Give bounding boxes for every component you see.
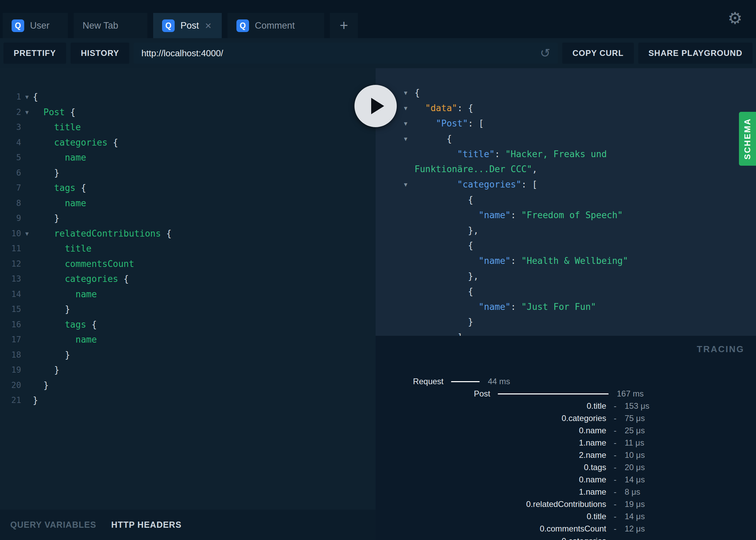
fold-caret-icon[interactable]: ▾ — [21, 229, 33, 238]
line-number: 7 — [0, 183, 21, 193]
response-line-code: Funktionäre...Der CCC", — [415, 164, 537, 174]
query-variables-tab[interactable]: QUERY VARIABLES — [10, 520, 96, 530]
tracing-row: 0.tags-20 μs — [376, 461, 756, 474]
tracing-row: 0.categories — [376, 535, 756, 540]
response-line-code: { — [415, 195, 473, 205]
copy-curl-button[interactable]: COPY CURL — [562, 43, 634, 64]
line-number: 21 — [0, 395, 21, 405]
response-line: Funktionäre...Der CCC", — [397, 162, 756, 177]
play-icon — [371, 98, 384, 114]
endpoint-url-input[interactable]: http://localhost:4000/ ↺ — [134, 43, 558, 64]
tracing-time: 20 μs — [625, 463, 645, 472]
response-line: "name": "Just For Fun" — [397, 299, 756, 314]
response-line: "name": "Freedom of Speech" — [397, 207, 756, 223]
tab-label: New Tab — [83, 20, 118, 31]
settings-gear-icon[interactable]: ⚙ — [728, 10, 742, 27]
response-line-code: "name": "Health & Wellbeing" — [415, 256, 628, 266]
response-line-code: "title": "Hacker, Freaks und — [415, 149, 607, 159]
schema-tab[interactable]: SCHEMA — [739, 112, 756, 166]
editor-line-code: tags { — [33, 183, 86, 193]
tracing-label: 0.tags — [376, 463, 606, 472]
tracing-time: 19 μs — [625, 499, 645, 509]
fold-caret-icon[interactable]: ▾ — [21, 108, 33, 116]
new-tab-button[interactable]: + — [330, 13, 358, 38]
editor-line-code: { — [33, 92, 38, 102]
editor-line-code: commentsCount — [33, 259, 134, 269]
editor-line-code: } — [33, 395, 38, 405]
response-line: { — [397, 238, 756, 253]
tracing-row: 0.commentsCount-12 μs — [376, 523, 756, 535]
collapse-caret-icon[interactable]: ▾ — [397, 135, 415, 143]
collapse-caret-icon[interactable]: ▾ — [397, 180, 415, 189]
tracing-dash: - — [614, 450, 616, 460]
line-number: 16 — [0, 320, 21, 329]
close-tab-icon[interactable]: × — [205, 20, 212, 31]
tracing-panel: TRACING Request44 msPost167 ms0.title-15… — [376, 336, 756, 540]
query-editor[interactable]: 1▾{2▾ Post {3 title4 categories {5 name6… — [0, 68, 376, 510]
tracing-row: 1.name-11 μs — [376, 437, 756, 449]
tracing-time: 75 μs — [625, 414, 645, 423]
response-line-code: } — [415, 317, 473, 327]
query-badge-icon: Q — [162, 19, 175, 32]
tracing-label: 0.name — [376, 475, 606, 484]
collapse-caret-icon[interactable]: ▾ — [397, 89, 415, 97]
execute-query-button[interactable] — [354, 85, 397, 127]
http-headers-tab[interactable]: HTTP HEADERS — [111, 520, 181, 530]
line-number: 11 — [0, 244, 21, 253]
tracing-title: TRACING — [697, 344, 744, 355]
tracing-time: 8 μs — [625, 487, 640, 497]
response-line: ▾ "categories": [ — [397, 177, 756, 192]
editor-line: 4 categories { — [0, 135, 376, 150]
tab-user[interactable]: Q User — [3, 13, 68, 38]
tab-label: User — [30, 20, 49, 31]
response-line-code: "Post": [ — [415, 118, 484, 129]
response-pane[interactable]: ▾{▾ "data": {▾ "Post": [▾ { "title": "Ha… — [376, 68, 756, 336]
editor-line: 2▾ Post { — [0, 105, 376, 120]
editor-line-code: title — [33, 243, 91, 254]
tab-bar: Q User New Tab Q Post × Q Comment + ⚙ — [0, 0, 756, 38]
tracing-label: 0.name — [376, 426, 606, 435]
editor-line: 1▾{ — [0, 89, 376, 105]
tracing-label: 0.relatedContributions — [376, 499, 606, 509]
tab-post[interactable]: Q Post × — [153, 13, 222, 38]
response-line: "title": "Hacker, Freaks und — [397, 146, 756, 162]
line-number: 10 — [0, 229, 21, 238]
collapse-caret-icon[interactable]: ▾ — [397, 104, 415, 112]
tab-comment[interactable]: Q Comment — [228, 13, 324, 38]
query-badge-icon: Q — [12, 19, 24, 32]
tracing-time: 14 μs — [625, 512, 645, 521]
prettify-button[interactable]: PRETTIFY — [3, 43, 66, 64]
fold-caret-icon[interactable]: ▾ — [21, 93, 33, 101]
response-line-code: { — [415, 88, 420, 98]
query-editor-lines: 1▾{2▾ Post {3 title4 categories {5 name6… — [0, 89, 376, 408]
response-line: { — [397, 284, 756, 299]
response-line-code: }, — [415, 271, 479, 281]
history-button[interactable]: HISTORY — [71, 43, 129, 64]
response-line: ▾ "Post": [ — [397, 116, 756, 131]
tracing-label: 1.name — [376, 438, 606, 448]
editor-line: 16 tags { — [0, 317, 376, 332]
tracing-row: 0.relatedContributions-19 μs — [376, 498, 756, 510]
collapse-caret-icon[interactable]: ▾ — [397, 119, 415, 127]
editor-line-code: relatedContributions { — [33, 228, 172, 239]
tracing-label: 1.name — [376, 487, 606, 497]
tracing-row: Post167 ms — [376, 388, 756, 400]
editor-line: 18 } — [0, 347, 376, 363]
tracing-label: 0.commentsCount — [376, 524, 606, 534]
line-number: 4 — [0, 138, 21, 147]
tab-new-tab[interactable]: New Tab — [74, 13, 147, 38]
editor-line-code: tags { — [33, 319, 97, 330]
response-line: ] — [397, 330, 756, 336]
reset-endpoint-icon[interactable]: ↺ — [540, 47, 550, 59]
line-number: 13 — [0, 274, 21, 284]
tracing-time: 44 ms — [488, 377, 510, 386]
tracing-dash: - — [614, 512, 616, 521]
response-line: ▾{ — [397, 85, 756, 101]
tracing-row: 1.name-8 μs — [376, 486, 756, 498]
tracing-dash: - — [614, 426, 616, 435]
tracing-label: 0.categories — [376, 414, 606, 423]
share-playground-button[interactable]: SHARE PLAYGROUND — [638, 43, 753, 64]
line-number: 17 — [0, 335, 21, 344]
line-number: 6 — [0, 168, 21, 178]
editor-line: 20 } — [0, 378, 376, 393]
